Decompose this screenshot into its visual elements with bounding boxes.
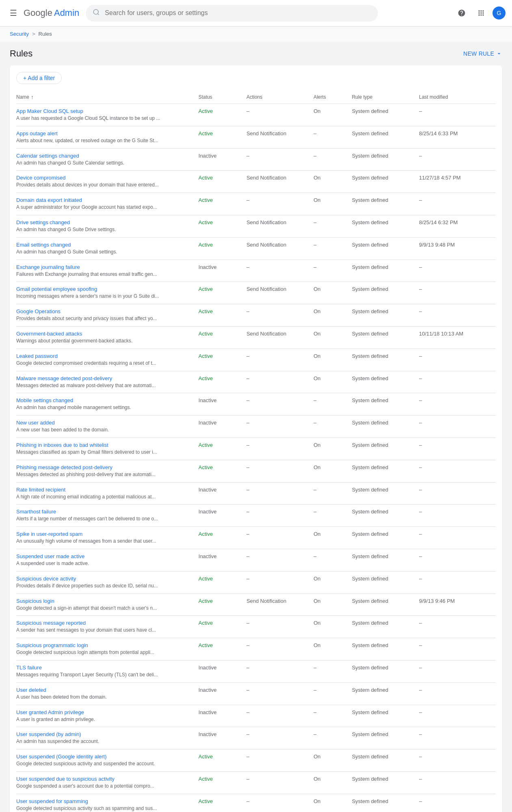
cell-rule-type-25: System defined bbox=[352, 660, 419, 682]
table-row[interactable]: Suspicious device activity Provides deta… bbox=[16, 571, 496, 593]
status-badge-6: Active bbox=[199, 242, 213, 248]
main-content: Rules NEW RULE + Add a filter Name ↑ bbox=[0, 42, 512, 812]
menu-icon[interactable]: ☰ bbox=[6, 5, 20, 21]
table-row[interactable]: User suspended due to suspicious activit… bbox=[16, 771, 496, 794]
cell-alerts-10: On bbox=[313, 326, 352, 349]
cell-actions-23: – bbox=[246, 616, 313, 638]
logo-admin-text: Admin bbox=[54, 8, 79, 18]
table-row[interactable]: Device compromised Provides details abou… bbox=[16, 171, 496, 193]
new-rule-button[interactable]: NEW RULE bbox=[463, 50, 502, 57]
cell-rule-type-23: System defined bbox=[352, 616, 419, 638]
apps-icon[interactable] bbox=[473, 5, 489, 21]
cell-rule-type-5: System defined bbox=[352, 215, 419, 237]
rule-desc-28: An admin has suspended the account. bbox=[16, 738, 192, 745]
rule-name-15: Phishing in inboxes due to bad whitelist bbox=[16, 442, 192, 448]
column-header-last-modified[interactable]: Last modified bbox=[419, 91, 496, 104]
rule-desc-16: Messages detected as phishing post-deliv… bbox=[16, 471, 192, 478]
cell-alerts-17: – bbox=[313, 482, 352, 505]
column-header-status[interactable]: Status bbox=[199, 91, 246, 104]
rule-desc-5: An admin has changed G Suite Drive setti… bbox=[16, 226, 192, 233]
rule-desc-31: Google detected suspicious activity such… bbox=[16, 805, 192, 812]
column-header-alerts[interactable]: Alerts bbox=[313, 91, 352, 104]
status-badge-5: Active bbox=[199, 219, 213, 225]
table-row[interactable]: Leaked password Google detected compromi… bbox=[16, 349, 496, 371]
table-row[interactable]: Suspended user made active A suspended u… bbox=[16, 549, 496, 571]
cell-last-modified-18: – bbox=[419, 505, 496, 527]
rule-name-28: User suspended (by admin) bbox=[16, 731, 192, 737]
table-row[interactable]: Suspicious message reported A sender has… bbox=[16, 616, 496, 638]
cell-actions-11: – bbox=[246, 349, 313, 371]
table-row[interactable]: Suspicious login Google detected a sign-… bbox=[16, 593, 496, 616]
table-row[interactable]: Spike in user-reported spam An unusually… bbox=[16, 527, 496, 549]
table-row[interactable]: Calendar settings changed An admin has c… bbox=[16, 148, 496, 171]
table-row[interactable]: Smarthost failure Alerts if a large numb… bbox=[16, 505, 496, 527]
rule-name-0: App Maker Cloud SQL setup bbox=[16, 108, 192, 114]
app-logo[interactable]: Google Admin bbox=[24, 8, 79, 18]
cell-last-modified-16: – bbox=[419, 460, 496, 482]
table-row[interactable]: App Maker Cloud SQL setup A user has req… bbox=[16, 104, 496, 126]
cell-actions-31: – bbox=[246, 794, 313, 812]
table-row[interactable]: Mobile settings changed An admin has cha… bbox=[16, 393, 496, 416]
table-row[interactable]: User suspended for spamming Google detec… bbox=[16, 794, 496, 812]
rule-name-3: Device compromised bbox=[16, 175, 192, 181]
add-filter-button[interactable]: + Add a filter bbox=[16, 72, 62, 84]
rule-name-31: User suspended for spamming bbox=[16, 798, 192, 804]
cell-last-modified-26: – bbox=[419, 682, 496, 705]
table-row[interactable]: Government-backed attacks Warnings about… bbox=[16, 326, 496, 349]
cell-last-modified-21: – bbox=[419, 571, 496, 593]
table-row[interactable]: User granted Admin privilege A user is g… bbox=[16, 705, 496, 727]
status-badge-20: Inactive bbox=[199, 553, 217, 559]
table-row[interactable]: User suspended (Google identity alert) G… bbox=[16, 749, 496, 772]
status-badge-29: Active bbox=[199, 754, 213, 760]
table-row[interactable]: User suspended (by admin) An admin has s… bbox=[16, 727, 496, 749]
table-row[interactable]: Rate limited recipient A high rate of in… bbox=[16, 482, 496, 505]
table-row[interactable]: New user added A new user has been added… bbox=[16, 416, 496, 438]
table-row[interactable]: Suspicious programmatic login Google det… bbox=[16, 638, 496, 660]
rule-desc-18: Alerts if a large number of messages can… bbox=[16, 515, 192, 522]
table-row[interactable]: Malware message detected post-delivery M… bbox=[16, 371, 496, 393]
cell-last-modified-5: 8/25/14 6:32 PM bbox=[419, 215, 496, 237]
cell-alerts-3: On bbox=[313, 171, 352, 193]
cell-name-24: Suspicious programmatic login Google det… bbox=[16, 638, 199, 660]
rule-desc-30: Google suspended a user's account due to… bbox=[16, 783, 192, 790]
column-header-rule-type[interactable]: Rule type bbox=[352, 91, 419, 104]
cell-alerts-19: On bbox=[313, 527, 352, 549]
table-row[interactable]: User deleted A user has been deleted fro… bbox=[16, 682, 496, 705]
cell-alerts-1: – bbox=[313, 126, 352, 148]
cell-name-23: Suspicious message reported A sender has… bbox=[16, 616, 199, 638]
table-row[interactable]: Phishing in inboxes due to bad whitelist… bbox=[16, 437, 496, 460]
cell-last-modified-13: – bbox=[419, 393, 496, 416]
table-row[interactable]: Drive settings changed An admin has chan… bbox=[16, 215, 496, 237]
status-badge-0: Active bbox=[199, 108, 213, 114]
column-header-name[interactable]: Name ↑ bbox=[16, 91, 199, 104]
cell-alerts-16: On bbox=[313, 460, 352, 482]
cell-name-30: User suspended due to suspicious activit… bbox=[16, 771, 199, 794]
status-badge-26: Inactive bbox=[199, 687, 217, 693]
help-circle-icon[interactable] bbox=[454, 5, 470, 21]
table-row[interactable]: Apps outage alert Alerts about new, upda… bbox=[16, 126, 496, 148]
cell-rule-type-30: System defined bbox=[352, 771, 419, 794]
cell-actions-14: – bbox=[246, 416, 313, 438]
table-row[interactable]: Domain data export initiated A super adm… bbox=[16, 193, 496, 215]
cell-last-modified-14: – bbox=[419, 416, 496, 438]
table-row[interactable]: Google Operations Provides details about… bbox=[16, 304, 496, 327]
table-row[interactable]: TLS failure Messages requiring Transport… bbox=[16, 660, 496, 682]
cell-rule-type-24: System defined bbox=[352, 638, 419, 660]
cell-status-3: Active bbox=[199, 171, 246, 193]
table-row[interactable]: Phishing message detected post-delivery … bbox=[16, 460, 496, 482]
cell-status-15: Active bbox=[199, 437, 246, 460]
search-input[interactable] bbox=[105, 9, 371, 17]
cell-actions-1: Send Notification bbox=[246, 126, 313, 148]
column-header-actions[interactable]: Actions bbox=[246, 91, 313, 104]
table-row[interactable]: Exchange journaling failure Failures wit… bbox=[16, 260, 496, 282]
breadcrumb-security-link[interactable]: Security bbox=[10, 31, 29, 37]
cell-last-modified-9: – bbox=[419, 304, 496, 327]
cell-name-8: Gmail potential employee spoofing Incomi… bbox=[16, 282, 199, 304]
cell-name-6: Email settings changed An admin has chan… bbox=[16, 237, 199, 260]
status-badge-13: Inactive bbox=[199, 397, 217, 403]
table-row[interactable]: Email settings changed An admin has chan… bbox=[16, 237, 496, 260]
avatar[interactable]: G bbox=[493, 6, 506, 19]
status-badge-14: Inactive bbox=[199, 420, 217, 426]
table-row[interactable]: Gmail potential employee spoofing Incomi… bbox=[16, 282, 496, 304]
cell-status-8: Active bbox=[199, 282, 246, 304]
